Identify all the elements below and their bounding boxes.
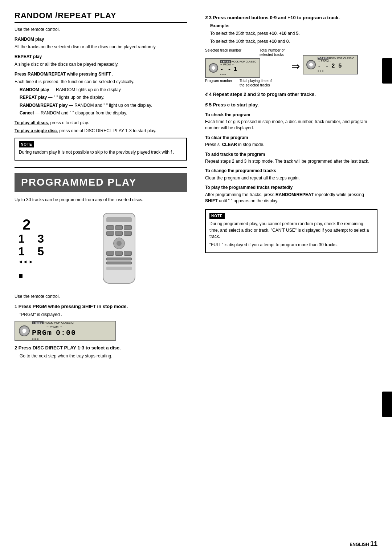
- remote-btn: [115, 231, 123, 236]
- play-all-line: To play all discs, press c to start play…: [15, 120, 187, 126]
- to-play-repeatedly-label: To play the programmed tracks repeatedly: [205, 185, 377, 191]
- s1-digits: - - 1: [220, 66, 257, 73]
- step3-example2: To select the 10th track, press +10 and …: [210, 39, 377, 45]
- num-1-3: 1 3: [18, 232, 44, 245]
- to-clear-label: To clear the program: [205, 135, 377, 141]
- random-item3: RANDOM/REPEAT play — RANDOM and " " ligh…: [20, 102, 187, 109]
- prgm-arrow: → PRGM →: [32, 325, 76, 328]
- arrow-right: ⇒: [291, 60, 300, 72]
- s1-pop: POP: [240, 60, 245, 63]
- screen1-labels: T-BASS ROCK POP CLASSIC → PRGM → - - 1 ≡…: [220, 60, 257, 76]
- press-random-label: Press RANDOM/REPEAT while pressing SHIFT…: [15, 72, 114, 77]
- to-play-repeatedly-text: After programming the tracks, press RAND…: [205, 192, 377, 204]
- remote-btn: [124, 225, 131, 230]
- random-note-box: NOTE During random play it is not possib…: [15, 138, 187, 161]
- prgm-screen: T-BASS ROCK POP CLASSIC → PRGM → PRGm 0:…: [15, 321, 116, 341]
- step5-header: 5 5 Press c to start play.: [205, 102, 377, 109]
- step2-desc: Go to the next step when the tray stops …: [20, 353, 187, 359]
- prgm-display-container: T-BASS ROCK POP CLASSIC → PRGM → PRGm 0:…: [15, 321, 187, 341]
- eq-lines: ≡ ≡ ≡: [32, 337, 38, 341]
- s1-rock: ROCK: [232, 60, 239, 63]
- num-1-5: 1 5: [18, 245, 44, 258]
- play-all-label: To play all discs: [15, 120, 48, 125]
- to-change-label: To change the programmed tracks: [205, 168, 377, 174]
- s1-tbass: T-BASS: [220, 60, 231, 63]
- right-note2: "FULL" is displayed if you attempt to pr…: [209, 242, 373, 248]
- to-change-text: Clear the program and repeat all the ste…: [205, 175, 377, 181]
- programmed-use-remote: Use the remote control.: [15, 293, 187, 300]
- step3-example-label: Example:: [210, 23, 377, 29]
- selected-track-label: Selected track number: [205, 48, 241, 57]
- random-item4: Cancel — RANDOM and " " disappear from t…: [20, 110, 187, 116]
- step1-header: 1 Press PRGM while pressing SHIFT in sto…: [15, 303, 187, 310]
- right-note1: During programmed play, you cannot perfo…: [209, 221, 373, 240]
- bottom-screen-labels: ≡ ≡ ≡: [32, 337, 76, 341]
- random-item1: RANDOM play — RANDOM lights up on the di…: [20, 87, 187, 93]
- top-fig-labels: Selected track number Total number of se…: [205, 48, 289, 57]
- random-intro: Use the remote control.: [15, 27, 187, 33]
- remote-btn: [124, 251, 131, 256]
- time-digits: 0:00: [56, 329, 76, 337]
- remote-illustration: 2 1 3 1 5 ◄◄ ►: [15, 209, 187, 289]
- note-label-right: NOTE: [209, 213, 225, 219]
- play-single-line: To play a single disc, press one of DISC…: [15, 128, 187, 134]
- step4-header: 4 4 Repeat steps 2 and 3 to program othe…: [205, 91, 377, 98]
- to-check-label: To check the program: [205, 112, 377, 118]
- repeat-play-desc: A single disc or all the discs can be pl…: [15, 61, 187, 68]
- s1-eq: ≡ ≡ ≡: [220, 73, 257, 76]
- screen1: T-BASS ROCK POP CLASSIC → PRGM → - - 1 ≡…: [205, 58, 260, 78]
- remote-buttons-top: [106, 225, 132, 236]
- random-section-title: RANDOM /REPEAT PLAY: [15, 11, 187, 23]
- screen2-labels: T-BASS ROCK POP CLASSIC → PRGM → - - 2 5…: [318, 57, 354, 72]
- s1-classic: CLASSIC: [246, 60, 257, 63]
- footer-language: ENGLISH: [350, 542, 369, 547]
- remote-small-btn: [106, 258, 132, 260]
- screens-figures-row: Selected track number Total number of se…: [205, 48, 377, 88]
- programmed-intro: Up to 30 tracks can be programmed from a…: [15, 197, 187, 203]
- remote-top-bar: [106, 217, 132, 222]
- step3-example1: To select the 25th track, press +10, +10…: [210, 31, 377, 37]
- press-random-desc: Each time it is pressed, the function ca…: [15, 79, 187, 85]
- screen2-cd: [306, 60, 316, 69]
- to-check-text: Each time f or g is pressed in stop mode…: [205, 119, 377, 131]
- repeat-play-label: REPEAT play: [15, 54, 187, 60]
- footer-page: 11: [370, 540, 377, 547]
- rock-label: ROCK: [45, 321, 53, 324]
- step3-header: 3 3 Press numbered buttons 0-9 and +10 t…: [205, 15, 377, 21]
- t-bass-label: T-BASS: [32, 321, 44, 324]
- s2-rock: ROCK: [329, 57, 336, 60]
- remote-small-btn: [106, 262, 132, 264]
- bottom-fig-labels: Program number Total playing time of the…: [205, 79, 272, 88]
- programmed-note-box: NOTE During programmed play, you cannot …: [205, 209, 377, 253]
- remote-bottom-bar: [106, 267, 132, 270]
- remote-center-btn: [113, 238, 125, 249]
- figure-left: Selected track number Total number of se…: [205, 48, 289, 88]
- remote-body: [103, 213, 135, 284]
- left-column: RANDOM /REPEAT PLAY Use the remote contr…: [15, 11, 191, 361]
- remote-btn: [115, 225, 123, 230]
- random-item2: REPEAT play — " " lights up on the displ…: [20, 94, 187, 101]
- stop-icon: [18, 266, 44, 281]
- section-divider: [15, 167, 187, 168]
- num-2: 2: [23, 216, 44, 232]
- program-number-label: Program number: [205, 79, 232, 88]
- remote-buttons-mid: [106, 251, 132, 256]
- total-playing-label: Total playing time of the selected track…: [240, 79, 272, 88]
- remote-btn: [106, 225, 114, 230]
- cd-icon: [19, 325, 30, 336]
- to-clear-text: Press s CLEAR in stop mode.: [205, 142, 377, 148]
- random-note-text: During random play it is not possible to…: [19, 149, 183, 155]
- total-number-label: Total number of selected tracks: [260, 48, 289, 57]
- numbers-overlay: 2 1 3 1 5 ◄◄ ►: [18, 216, 44, 280]
- remote-btn: [106, 231, 114, 236]
- step1-desc: "PRGM" is displayed .: [20, 312, 187, 318]
- page-footer: ENGLISH 11: [350, 540, 377, 548]
- play-single-label: To play a single disc: [15, 128, 57, 133]
- to-add-label: To add tracks to the program: [205, 151, 377, 158]
- s2-pop: POP: [337, 57, 343, 60]
- note-label: NOTE: [19, 141, 34, 147]
- s2-digits: - - 2 5: [318, 63, 354, 69]
- s1-prgm-arrow: → PRGM →: [220, 63, 257, 66]
- screen-labels: T-BASS ROCK POP CLASSIC → PRGM → PRGm 0:…: [32, 321, 76, 341]
- page-container: RANDOM /REPEAT PLAY Use the remote contr…: [15, 11, 377, 361]
